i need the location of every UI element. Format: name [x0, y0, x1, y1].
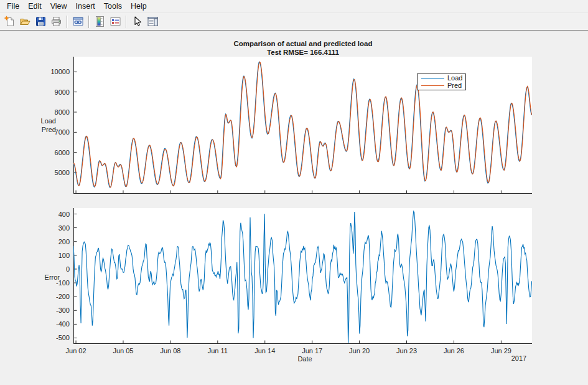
chart-title: Comparison of actual and predicted load … [116, 39, 490, 57]
open-file-button[interactable] [17, 14, 33, 29]
y-tick-label: 5000 [37, 169, 70, 176]
y-tick-label: 100 [37, 252, 70, 259]
open-file-icon [19, 16, 31, 27]
menu-item-insert[interactable]: Insert [72, 1, 100, 12]
x-tick-label: Jun 08 [157, 347, 184, 354]
new-figure-icon [4, 16, 16, 27]
insert-colorbar-icon [94, 16, 106, 27]
menu-item-help[interactable]: Help [126, 1, 151, 12]
menu-item-view[interactable]: View [46, 1, 72, 12]
x-axis-label: Date [291, 355, 319, 363]
toolbar [0, 13, 588, 31]
y-tick-label: 200 [37, 238, 70, 245]
edit-plot-arrow-icon [131, 16, 143, 27]
new-figure-button[interactable] [2, 14, 17, 29]
y-tick-label: -200 [37, 293, 70, 300]
link-plot-icon [72, 16, 84, 27]
x-tick-label: Jun 11 [204, 347, 231, 354]
error-line [73, 211, 532, 343]
legend-load-label: Load [447, 75, 462, 82]
figure-canvas: Comparison of actual and predicted load … [0, 31, 588, 385]
save-figure-button[interactable] [33, 14, 49, 29]
menu-item-edit[interactable]: Edit [24, 1, 46, 12]
y-tick-label: -100 [37, 279, 70, 287]
y-tick-label: 400 [37, 211, 70, 218]
print-figure-button[interactable] [49, 14, 64, 29]
link-plot-button[interactable] [70, 14, 86, 29]
toolbar-separator [88, 16, 90, 28]
x-tick-label: Jun 29 [487, 347, 515, 354]
legend-pred-label: Pred [447, 82, 462, 89]
x-tick-label: Jun 14 [251, 347, 279, 354]
y-tick-label: 7000 [37, 128, 70, 136]
insert-colorbar-button[interactable] [92, 14, 108, 29]
x-tick-label: Jun 17 [299, 347, 326, 354]
print-figure-icon [50, 16, 62, 27]
y-tick-label: 6000 [37, 149, 70, 156]
error-chart [73, 208, 532, 344]
y-tick-label: -500 [37, 334, 70, 341]
menu-item-file[interactable]: File [2, 1, 24, 12]
x-tick-label: Jun 02 [62, 347, 90, 354]
legend[interactable]: Load Pred [417, 74, 466, 90]
insert-legend-button[interactable] [108, 14, 123, 29]
y-tick-label: 300 [37, 224, 70, 232]
menu-bar: File Edit View Insert Tools Help [0, 0, 588, 13]
y-tick-label: 9000 [37, 88, 70, 96]
menu-item-tools[interactable]: Tools [100, 1, 126, 12]
x-tick-label: Jun 05 [110, 347, 137, 354]
x-tick-label: Jun 20 [346, 347, 373, 354]
toolbar-separator [126, 16, 127, 28]
legend-load-line-swatch [421, 78, 444, 78]
property-inspector-button[interactable] [145, 14, 161, 29]
legend-entry-pred: Pred [418, 82, 465, 89]
y-tick-label: -300 [37, 307, 70, 314]
save-figure-icon [35, 16, 47, 27]
chart-title-line1: Comparison of actual and predicted load [116, 39, 490, 48]
insert-legend-icon [110, 16, 121, 27]
x-tick-label: Jun 26 [440, 347, 467, 354]
y-tick-label: 0 [37, 265, 70, 273]
error-plot-area [73, 208, 532, 344]
chart-title-line2: Test RMSE= 166.4111 [116, 48, 490, 57]
edit-plot-button[interactable] [129, 14, 145, 29]
legend-entry-load: Load [418, 75, 465, 82]
x-axis-year-label: 2017 [505, 354, 533, 362]
legend-pred-line-swatch [421, 85, 444, 86]
y-tick-label: 10000 [37, 68, 70, 75]
y-tick-label: -400 [37, 320, 70, 328]
matlab-figure-window: File Edit View Insert Tools Help [0, 0, 588, 385]
toolbar-separator [67, 16, 68, 28]
x-tick-label: Jun 23 [393, 347, 421, 354]
property-inspector-icon [147, 16, 159, 27]
y-tick-label: 8000 [37, 108, 70, 116]
